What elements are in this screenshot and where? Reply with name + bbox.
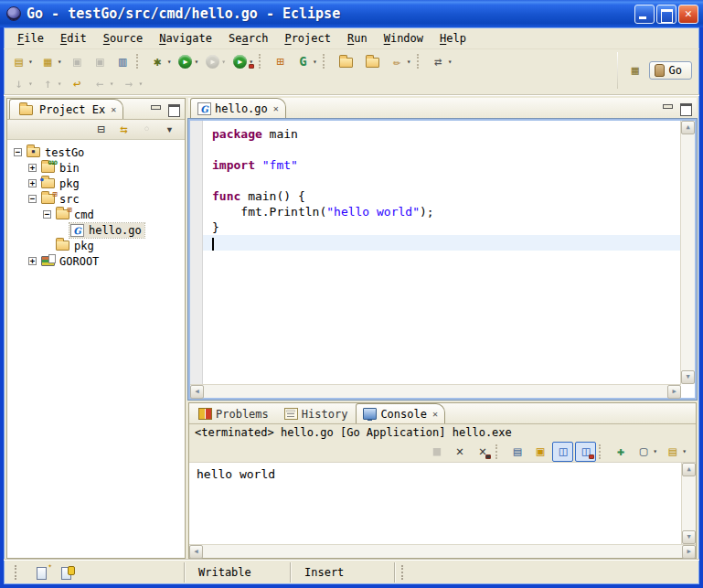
minimize-view-button[interactable] [148, 102, 163, 115]
tab-problems[interactable]: Problems [191, 403, 276, 423]
scroll-left-icon[interactable]: ◀ [190, 385, 204, 399]
code-line[interactable]: fmt.Println("hello world"); [212, 204, 680, 219]
tree-item-cmd[interactable]: −⊞cmd [7, 207, 185, 222]
statusbar-grip[interactable] [401, 565, 407, 580]
scroll-left-icon[interactable]: ◀ [189, 545, 203, 559]
editor-horizontal-scrollbar[interactable]: ◀ ▶ [190, 384, 681, 398]
close-tab-icon[interactable]: ✕ [111, 104, 116, 114]
statusbar-grip[interactable] [15, 565, 20, 580]
scroll-right-icon[interactable]: ▶ [667, 385, 681, 399]
open-perspective-button[interactable]: ▦ [626, 61, 644, 80]
show-stderr-button[interactable]: ◫ [575, 442, 596, 462]
menu-project[interactable]: Project [276, 30, 339, 47]
editor-vertical-scrollbar[interactable]: ▲ ▼ [680, 121, 695, 384]
code-line[interactable] [203, 235, 680, 251]
code-line[interactable]: import "fmt" [212, 157, 680, 173]
menu-navigate[interactable]: Navigate [151, 30, 220, 47]
code-area[interactable]: package mainimport "fmt"func main() { fm… [203, 121, 680, 398]
code-token: package [212, 127, 262, 141]
close-tab-icon[interactable]: ✕ [432, 409, 438, 419]
code-line[interactable] [212, 173, 680, 188]
expand-icon[interactable]: + [28, 257, 37, 265]
debug-button[interactable]: ✱▾ [147, 51, 175, 71]
code-line[interactable]: func main() { [212, 188, 680, 204]
go-perspective-button[interactable]: Go [649, 61, 692, 80]
link-with-editor-button[interactable]: ⇆ [113, 120, 134, 140]
open-go-element-button[interactable] [334, 51, 358, 71]
lib-icon [41, 256, 55, 266]
new-go-file-button[interactable]: G▾ [293, 51, 320, 71]
editor-gutter[interactable] [190, 121, 203, 398]
scroll-lock-button[interactable]: ▣ [529, 442, 550, 462]
display-console-button[interactable]: ▢▾ [633, 442, 660, 462]
close-editor-icon[interactable]: ✕ [273, 103, 279, 113]
close-button[interactable] [678, 5, 698, 24]
new-wizard-button[interactable]: ▤▾ [8, 51, 36, 71]
collapse-icon[interactable]: − [14, 148, 22, 156]
console-vertical-scrollbar[interactable]: ▲ ▼ [681, 463, 696, 544]
scroll-down-icon[interactable]: ▼ [682, 530, 696, 544]
tree-item-src[interactable]: −⊞src [7, 191, 185, 207]
show-stdout-button[interactable]: ◫ [552, 442, 573, 462]
new-go-package-button[interactable]: ⊞ [270, 51, 291, 71]
scroll-right-icon[interactable]: ▶ [682, 545, 696, 559]
external-tools-button[interactable]: ▶▾ [230, 51, 256, 71]
pin-console-button[interactable]: ✚ [610, 442, 631, 462]
menu-search[interactable]: Search [220, 30, 276, 47]
new-project-button[interactable]: ▦▾ [37, 51, 65, 71]
tab-hello-go[interactable]: G hello.go ✕ [190, 98, 286, 118]
view-menu-button[interactable]: ▾ [159, 120, 180, 140]
fast-view-button[interactable] [35, 565, 50, 580]
menu-edit[interactable]: Edit [52, 30, 95, 47]
menu-window[interactable]: Window [376, 30, 431, 47]
code-line[interactable]: } [212, 219, 680, 235]
tab-history[interactable]: History [277, 403, 356, 423]
tab-project-explorer[interactable]: Project Ex ✕ [9, 99, 123, 119]
search-button[interactable]: ✏▾ [387, 51, 414, 71]
console-horizontal-scrollbar[interactable]: ◀ ▶ [189, 544, 696, 558]
mnemonic: R [347, 32, 354, 45]
menu-help[interactable]: Help [431, 30, 474, 47]
titlebar[interactable]: Go - testGo/src/cmd/hello.go - Eclipse [0, 0, 703, 27]
collapse-all-button[interactable]: ⊟ [91, 120, 112, 140]
collapse-icon[interactable]: − [28, 195, 37, 203]
remove-launch-button[interactable]: ✕ [449, 442, 470, 462]
remove-all-launches-button[interactable]: ✕ [472, 442, 493, 462]
scroll-up-icon[interactable]: ▲ [682, 463, 696, 476]
tree-item-testGo[interactable]: −▪testGo [7, 144, 185, 160]
editor-switch-button[interactable]: ⇄▾ [428, 51, 455, 71]
code-line[interactable] [212, 142, 680, 157]
minimize-editor-button[interactable] [660, 102, 675, 114]
code-line[interactable]: package main [212, 126, 680, 142]
maximize-button[interactable] [656, 5, 676, 24]
menu-source[interactable]: Source [95, 30, 151, 47]
tree-item-pkg[interactable]: +●pkg [7, 176, 185, 191]
window-body: FileEditSourceNavigateSearchProjectRunWi… [4, 27, 699, 584]
scroll-up-icon[interactable]: ▲ [681, 121, 695, 134]
open-console-button[interactable]: ▤▾ [662, 442, 689, 462]
expand-icon[interactable]: + [28, 179, 37, 187]
open-resource-button[interactable] [360, 51, 385, 71]
last-edit-location-button[interactable]: ↩ [67, 73, 88, 93]
scroll-down-icon[interactable]: ▼ [681, 370, 695, 384]
console-output-text[interactable]: hello world [189, 463, 681, 544]
collapse-icon[interactable]: − [43, 210, 51, 219]
tab-console[interactable]: Console✕ [356, 403, 445, 423]
trim-stack-button[interactable] [59, 565, 75, 580]
expand-icon[interactable]: + [28, 164, 37, 172]
minimize-button[interactable] [634, 5, 655, 24]
save-all-button-icon: ▣ [92, 54, 108, 69]
run-button[interactable]: ▶▾ [176, 51, 201, 71]
tree-item-bin[interactable]: +010bin [7, 160, 185, 176]
maximize-view-button[interactable] [166, 102, 181, 115]
tree-item-GOROOT[interactable]: +GOROOT [7, 253, 185, 269]
menu-run[interactable]: Run [339, 30, 376, 47]
tree-item-pkg[interactable]: pkg [7, 238, 185, 253]
print-button[interactable]: ▥ [112, 51, 133, 71]
menu-file[interactable]: File [9, 30, 52, 47]
console-output-area: hello world ▲ ▼ [189, 463, 696, 544]
clear-console-button[interactable]: ▤ [506, 442, 527, 462]
tree-item-label: GOROOT [59, 255, 99, 268]
tree-item-hello-go[interactable]: Ghello.go [7, 222, 185, 238]
maximize-editor-button[interactable] [678, 102, 693, 114]
